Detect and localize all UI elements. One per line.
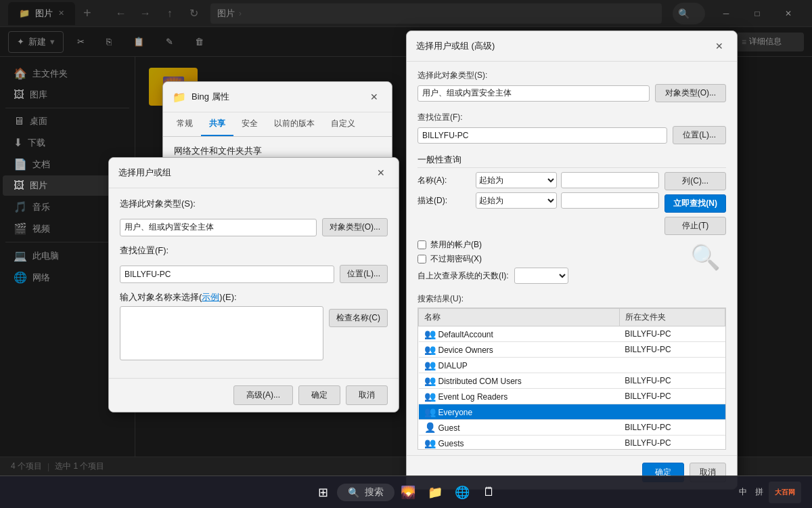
results-section: 搜索结果(U): 名称 所在文件夹 👥DefaultAccountBILLYFU… [418,293,726,450]
taskbar-app4[interactable]: 🗒 [476,479,503,506]
select-user-advanced-content: 选择此对象类型(S): 对象类型(O)... 查找位置(F): 位置(L)...… [407,62,737,450]
taskbar: ⊞ 🔍 搜索 🌄 📁 🌐 🗒 中 拼 大百网 [0,475,812,508]
results-table: 名称 所在文件夹 👥DefaultAccountBILLYFU-PC👥Devic… [418,308,725,450]
location-input[interactable] [120,266,334,283]
tab-previous[interactable]: 以前的版本 [266,112,323,136]
select-user-small-close[interactable]: ✕ [373,165,389,181]
tab-general[interactable]: 常规 [168,112,201,136]
name-textarea[interactable] [120,306,323,360]
adv-query-rows: 名称(A): 起始为 描述(D): 起始为 [418,172,726,235]
adv-location-btn[interactable]: 位置(L)... [673,126,726,144]
input-method-zh[interactable]: 中 [736,485,750,499]
adv-disabled-checkbox[interactable] [418,240,426,249]
taskbar-app3[interactable]: 🌐 [449,479,476,506]
taskbar-app2-icon: 📁 [428,485,443,500]
search-decoration: 🔍 [690,243,721,272]
check-name-btn[interactable]: 检查名称(C) [329,309,388,327]
tab-custom[interactable]: 自定义 [323,112,363,136]
results-scroll[interactable]: 名称 所在文件夹 👥DefaultAccountBILLYFU-PC👥Devic… [418,308,726,450]
select-user-advanced-dialog: 选择用户或组 (高级) ✕ 选择此对象类型(S): 对象类型(O)... 查找位… [406,30,738,490]
results-label: 搜索结果(U): [418,293,726,305]
object-type-label: 选择此对象类型(S): [120,198,196,210]
adv-location-input[interactable] [418,127,667,144]
ok-btn[interactable]: 确定 [298,385,340,405]
col-name: 名称 [419,309,620,326]
adv-object-type-row: 对象类型(O)... [418,84,726,102]
adv-desc-condition[interactable]: 起始为 [476,192,557,209]
enter-name-label: 输入对象名称来选择(示例)(E): [120,292,237,302]
adv-name-value[interactable] [561,172,659,188]
select-user-small-title: 选择用户或组 ✕ [109,158,399,188]
adv-list-btn[interactable]: 列(C)... [664,172,726,190]
table-row[interactable]: 👤GuestBILLYFU-PC [419,420,725,436]
taskbar-logo: 大百网 [769,482,801,503]
adv-disabled-accounts: 禁用的帐户(B) [418,239,726,251]
adv-object-type-input[interactable] [418,85,650,102]
adv-general-query-title: 一般性查询 [418,154,726,168]
object-type-btn[interactable]: 对象类型(O)... [322,218,388,236]
tab-share[interactable]: 共享 [201,112,233,136]
adv-days-row: 自上次查录系统的天数(I): [418,268,726,284]
taskbar-app4-icon: 🗒 [483,485,495,499]
start-button[interactable]: ⊞ [310,479,337,506]
taskbar-app2[interactable]: 📁 [422,479,449,506]
adv-days-select[interactable] [514,268,568,284]
table-row[interactable]: 👥Event Log ReadersBILLYFU-PC [419,389,725,404]
adv-location-section: 查找位置(F): 位置(L)... [418,112,726,144]
taskbar-right: 中 拼 大百网 [736,482,801,503]
search-large-icon: 🔍 [690,243,721,271]
adv-name-row: 名称(A): 起始为 描述(D): 起始为 [418,172,659,235]
location-input-row: 位置(L)... [120,265,388,283]
bing-properties-tabs: 常规 共享 安全 以前的版本 自定义 [163,112,392,137]
table-row[interactable]: 👥GuestsBILLYFU-PC [419,436,725,450]
taskbar-app3-icon: 🌐 [455,485,470,500]
location-row: 查找位置(F): [120,245,388,257]
table-row[interactable]: 👥Everyone [419,404,725,420]
adv-name-condition[interactable]: 起始为 [476,172,557,188]
example-link[interactable]: 示例 [202,292,219,302]
adv-no-expire-label: 不过期密码(X) [430,253,482,265]
adv-desc-value[interactable] [561,192,659,209]
adv-location-row: 位置(L)... [418,126,726,144]
location-btn[interactable]: 位置(L)... [340,265,388,283]
bing-properties-title: 📁 Bing 属性 ✕ [163,82,392,112]
taskbar-search-icon: 🔍 [348,487,359,498]
cancel-btn[interactable]: 取消 [346,385,388,405]
table-row[interactable]: 👥DefaultAccountBILLYFU-PC [419,326,725,342]
bing-properties-close[interactable]: ✕ [366,89,382,105]
tab-security[interactable]: 安全 [233,112,266,136]
table-row[interactable]: 👥DIALUP [419,358,725,373]
windows-icon: ⊞ [318,485,328,500]
adv-object-type-btn[interactable]: 对象类型(O)... [655,84,726,102]
share-section-title: 网络文件和文件夹共享 [174,145,381,157]
object-type-row: 选择此对象类型(S): [120,198,388,210]
adv-stop-btn[interactable]: 停止(T) [664,217,726,235]
taskbar-search[interactable]: 🔍 搜索 [337,484,394,501]
adv-no-expire-row: 不过期密码(X) [418,253,726,265]
select-user-small-content: 选择此对象类型(S): 对象类型(O)... 查找位置(F): 位置(L)...… [109,188,399,378]
adv-search-btn[interactable]: 立即查找(N) [664,194,726,213]
location-label: 查找位置(F): [120,245,194,257]
advanced-btn[interactable]: 高级(A)... [233,385,293,405]
adv-desc-input-row: 描述(D): 起始为 [418,192,659,209]
select-user-small-dialog: 选择用户或组 ✕ 选择此对象类型(S): 对象类型(O)... 查找位置(F):… [108,157,399,412]
object-type-input-row: 对象类型(O)... [120,218,388,236]
table-row[interactable]: 👥Distributed COM UsersBILLYFU-PC [419,373,725,389]
taskbar-app1[interactable]: 🌄 [394,479,422,506]
select-user-small-footer: 高级(A)... 确定 取消 [109,378,399,412]
taskbar-app1-icon: 🌄 [401,485,415,500]
table-row[interactable]: 👥Device OwnersBILLYFU-PC [419,342,725,358]
adv-no-expire-checkbox[interactable] [418,255,426,263]
adv-desc-label: 描述(D): [418,195,472,207]
adv-object-type-label: 选择此对象类型(S): [418,70,726,81]
enter-name-row: 输入对象名称来选择(示例)(E): [120,291,388,303]
select-user-advanced-title: 选择用户或组 (高级) ✕ [407,31,737,62]
adv-disabled-label: 禁用的帐户(B) [430,239,482,251]
object-type-input[interactable] [120,219,317,236]
select-user-advanced-close[interactable]: ✕ [711,38,727,54]
adv-name-input-row: 名称(A): 起始为 [418,172,659,188]
adv-general-query-section: 一般性查询 名称(A): 起始为 描述(D): 起始为 [418,154,726,284]
input-method-pin[interactable]: 拼 [752,485,766,499]
enter-name-input-row: 检查名称(C) [120,306,388,360]
col-location: 所在文件夹 [619,309,725,326]
